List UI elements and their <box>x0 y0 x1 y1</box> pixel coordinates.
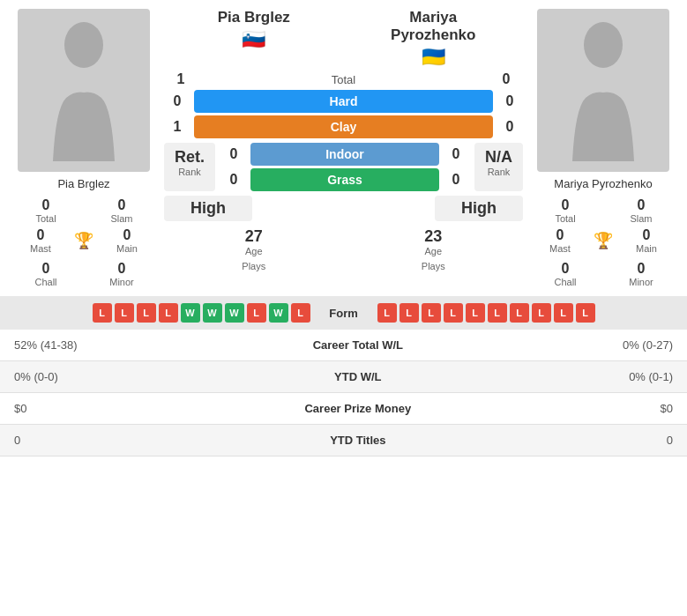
player1-trophy-row: 0 Mast 🏆 0 Main <box>9 227 159 254</box>
player2-mast-value: 0 <box>556 227 564 243</box>
stat-p2-val: 0% (0-1) <box>510 361 687 393</box>
stat-label: YTD W/L <box>206 361 510 393</box>
player2-rank-label: Rank <box>485 167 512 177</box>
player2-name-center: MariyaPyrozhenko <box>344 9 524 44</box>
form-badge-p1: L <box>159 303 178 323</box>
player2-silhouette <box>559 20 647 161</box>
form-badge-p2: L <box>532 303 551 323</box>
player1-stats: 0 Total 0 Slam <box>9 197 159 224</box>
player2-high-panel: High <box>435 196 523 221</box>
indoor-grass-area: 0 Indoor 0 0 Grass 0 <box>220 143 469 191</box>
player1-plays-label: Plays <box>242 261 265 271</box>
player2-minor-cell: 0 Minor <box>604 261 678 287</box>
player1-mast-cell: 0 Mast <box>9 227 72 254</box>
player1-main-label: Main <box>116 243 138 254</box>
player2-photo <box>537 9 669 172</box>
stat-p1-val: 0% (0-0) <box>0 361 206 393</box>
hard-row: 0 Hard 0 <box>164 90 523 113</box>
player2-slam-cell: 0 Slam <box>604 197 678 224</box>
player2-lower-stats: 0 Chall 0 Minor <box>528 261 678 287</box>
player2-chall-cell: 0 Chall <box>528 261 602 287</box>
svg-point-0 <box>64 22 103 68</box>
plays-row: Plays Plays <box>164 261 523 271</box>
indoor-count-p2: 0 <box>443 146 469 162</box>
hard-count-p1: 0 <box>164 93 190 109</box>
player2-name: Mariya Pyrozhenko <box>554 177 652 190</box>
player1-minor-cell: 0 Minor <box>85 261 159 287</box>
player2-card: Mariya Pyrozhenko 0 Total 0 Slam 0 Mast … <box>528 9 678 287</box>
player2-main-label: Main <box>636 243 657 254</box>
player2-plays-label: Plays <box>422 261 445 271</box>
stat-p2-val: 0 <box>510 425 687 456</box>
player1-plays-block: Plays <box>242 261 265 271</box>
clay-row: 1 Clay 0 <box>164 115 523 138</box>
stat-label: YTD Titles <box>206 425 510 456</box>
form-badge-p2: L <box>576 303 595 323</box>
players-row: Pia Brglez 0 Total 0 Slam 0 Mast 🏆 0 <box>0 0 687 287</box>
player1-chall-cell: 0 Chall <box>9 261 83 287</box>
player1-slam-label: Slam <box>110 213 132 224</box>
total-label: Total <box>194 73 493 86</box>
indoor-count-p1: 0 <box>220 146 247 162</box>
stat-p1-val: 0 <box>0 425 206 456</box>
total-count-p2: 0 <box>493 71 519 87</box>
stats-row: 0 YTD Titles 0 <box>0 425 687 456</box>
player2-stats: 0 Total 0 Slam <box>528 197 678 224</box>
stats-table: 52% (41-38) Career Total W/L 0% (0-27) 0… <box>0 330 687 456</box>
player2-total-value: 0 <box>562 197 570 213</box>
player1-age-block: 27 Age <box>245 227 263 256</box>
grass-row: 0 Grass 0 <box>220 168 469 191</box>
form-badge-p2: L <box>444 303 463 323</box>
form-badge-p1: W <box>203 303 222 323</box>
form-badge-p2: L <box>422 303 441 323</box>
player2-age-value: 23 <box>424 227 442 246</box>
form-badge-p1: L <box>115 303 134 323</box>
player1-trophy-icon: 🏆 <box>74 231 93 250</box>
player2-total-cell: 0 Total <box>528 197 602 224</box>
clay-btn: Clay <box>194 115 493 138</box>
player1-rank-value: Ret. <box>175 148 205 167</box>
stat-p1-val: $0 <box>0 393 206 425</box>
player2-minor-value: 0 <box>638 261 646 277</box>
grass-btn: Grass <box>250 168 439 191</box>
form-badge-p2: L <box>400 303 419 323</box>
player2-form-badges: LLLLLLLLLL <box>377 303 674 323</box>
player1-chall-value: 0 <box>42 261 50 277</box>
form-badge-p2: L <box>377 303 397 323</box>
surface-area: 0 Hard 0 1 Clay 0 <box>164 90 523 138</box>
rank-row: Ret. Rank 0 Indoor 0 0 Grass 0 <box>164 143 523 191</box>
hard-count-p2: 0 <box>497 93 523 109</box>
form-badge-p1: W <box>225 303 244 323</box>
svg-point-1 <box>584 22 623 68</box>
player1-total-label: Total <box>35 213 56 224</box>
center-col: Pia Brglez 🇸🇮 MariyaPyrozhenko 🇺🇦 1 Tota… <box>164 9 523 287</box>
player1-rank-box: Ret. Rank <box>164 143 215 191</box>
clay-count-p2: 0 <box>497 119 523 135</box>
form-badge-p1: L <box>291 303 310 323</box>
player1-main-cell: 0 Main <box>95 227 159 254</box>
player1-minor-label: Minor <box>109 277 134 287</box>
stats-row: 52% (41-38) Career Total W/L 0% (0-27) <box>0 330 687 361</box>
player2-rank-box: N/A Rank <box>474 143 523 191</box>
player2-trophy-row: 0 Mast 🏆 0 Main <box>528 227 678 254</box>
player1-form-badges: LLLLWWWLWL <box>14 303 310 323</box>
form-label: Form <box>317 307 370 320</box>
stat-p1-val: 52% (41-38) <box>0 330 206 361</box>
form-badge-p2: L <box>488 303 507 323</box>
player2-slam-value: 0 <box>638 197 646 213</box>
player2-rank-value: N/A <box>485 148 512 167</box>
names-row: Pia Brglez 🇸🇮 MariyaPyrozhenko 🇺🇦 <box>164 9 523 69</box>
form-badge-p1: W <box>181 303 200 323</box>
player1-silhouette <box>40 20 128 161</box>
stat-label: Career Prize Money <box>206 393 510 425</box>
form-badge-p2: L <box>554 303 573 323</box>
player1-high-value: High <box>171 199 245 218</box>
player2-trophy-icon: 🏆 <box>594 231 613 250</box>
player1-total-cell: 0 Total <box>9 197 83 224</box>
form-badge-p1: L <box>247 303 266 323</box>
player2-age-label: Age <box>424 246 442 256</box>
player2-plays-block: Plays <box>422 261 445 271</box>
high-row: High High <box>164 196 523 221</box>
player2-total-label: Total <box>555 213 575 224</box>
spacer <box>326 196 362 221</box>
